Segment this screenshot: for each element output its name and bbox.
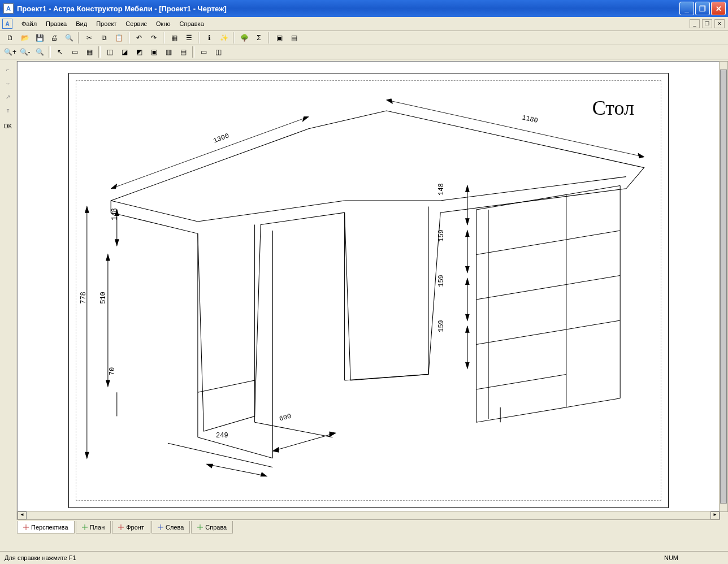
svg-marker-36 <box>85 207 89 213</box>
sel-all-icon[interactable]: ▦ <box>83 45 96 59</box>
app-icon: A <box>3 3 14 14</box>
left-toolbar: ⌐ ↔ ↗ т OK <box>0 61 16 520</box>
tab-marker-icon <box>82 524 88 530</box>
item1-icon[interactable]: ▣ <box>272 31 286 45</box>
preview-icon[interactable]: 🔍 <box>62 31 76 45</box>
tab-label: Фронт <box>126 524 144 531</box>
mdi-restore-button[interactable]: ❐ <box>702 19 712 28</box>
svg-marker-40 <box>115 240 119 246</box>
tab-слева[interactable]: Слева <box>151 521 190 533</box>
svg-marker-61 <box>466 327 469 333</box>
menu-справка[interactable]: Справка <box>175 19 209 29</box>
menu-вид[interactable]: Вид <box>71 19 92 29</box>
pointer-icon[interactable]: ↖ <box>53 45 67 59</box>
svg-line-26 <box>476 374 566 389</box>
3d-box3-icon[interactable]: ◩ <box>132 45 146 59</box>
arrow-tool-icon[interactable]: ↗ <box>2 90 14 103</box>
mdi-minimize-button[interactable]: _ <box>690 19 700 28</box>
cut-icon[interactable]: ✂ <box>83 31 96 45</box>
view-tabs: ПерспективаПланФронтСлеваСправа <box>17 521 233 533</box>
undo-icon[interactable]: ↶ <box>132 31 146 45</box>
tab-marker-icon <box>197 524 203 530</box>
mdi-close-button[interactable]: ✕ <box>714 19 725 28</box>
info-icon[interactable]: ℹ <box>202 31 216 45</box>
tab-label: Справа <box>205 524 227 531</box>
menu-проект[interactable]: Проект <box>92 19 121 29</box>
svg-line-15 <box>345 374 428 380</box>
svg-marker-50 <box>330 432 336 436</box>
paste-icon[interactable]: 📋 <box>112 31 125 45</box>
prefs-icon[interactable]: ☰ <box>182 31 196 45</box>
menu-правка[interactable]: Правка <box>41 19 71 29</box>
scroll-left-button[interactable]: ◄ <box>18 511 27 519</box>
tree-icon[interactable]: 🌳 <box>237 31 251 45</box>
horizontal-scrollbar[interactable]: ◄ ► <box>17 511 720 520</box>
open-icon[interactable]: 📂 <box>18 31 32 45</box>
svg-marker-30 <box>111 184 117 188</box>
tab-marker-icon <box>118 524 124 530</box>
svg-line-2 <box>198 212 261 222</box>
dim-510: 510 <box>99 292 107 304</box>
dim-159b: 159 <box>437 275 445 287</box>
3d-box2-icon[interactable]: ◪ <box>118 45 131 59</box>
tab-справа[interactable]: Справа <box>191 521 233 533</box>
sigma-icon[interactable]: Σ <box>252 31 266 45</box>
window-title: Проект1 - Астра Конструктор Мебели - [Пр… <box>17 5 679 13</box>
maximize-button[interactable]: ❐ <box>695 2 710 15</box>
3d-box6-icon[interactable]: ▤ <box>176 45 190 59</box>
tab-перспектива[interactable]: Перспектива <box>17 521 75 533</box>
svg-marker-43 <box>106 380 110 387</box>
menu-сервис[interactable]: Сервис <box>121 19 151 29</box>
dim-249: 249 <box>216 432 228 440</box>
redo-icon[interactable]: ↷ <box>147 31 161 45</box>
sel-rect-icon[interactable]: ▭ <box>68 45 81 59</box>
svg-marker-16 <box>476 194 566 422</box>
svg-marker-31 <box>302 117 309 122</box>
zoom-fit-icon[interactable]: 🔍 <box>33 45 46 59</box>
dim-159a: 159 <box>437 229 445 242</box>
tab-план[interactable]: План <box>76 521 111 533</box>
3d-box4-icon[interactable]: ▣ <box>147 45 161 59</box>
panel1-icon[interactable]: ▭ <box>197 45 210 59</box>
svg-line-21 <box>566 231 620 240</box>
wand-icon[interactable]: ✨ <box>217 31 231 45</box>
scroll-right-button[interactable]: ► <box>710 511 720 519</box>
titlebar: A Проект1 - Астра Конструктор Мебели - [… <box>0 0 728 17</box>
menu-файл[interactable]: Файл <box>17 19 41 29</box>
minimize-button[interactable]: _ <box>679 2 694 15</box>
item2-icon[interactable]: ▤ <box>287 31 301 45</box>
corner-tool-icon[interactable]: ⌐ <box>2 63 14 76</box>
zoom-in-icon[interactable]: 🔍+ <box>3 45 17 59</box>
svg-line-48 <box>272 433 335 451</box>
svg-marker-55 <box>466 231 469 237</box>
menubar: A ФайлПравкаВидПроектСервисОкноСправка _… <box>0 17 728 31</box>
menu-окно[interactable]: Окно <box>151 19 175 29</box>
3d-box5-icon[interactable]: ▥ <box>162 45 175 59</box>
dim-159c: 159 <box>437 320 445 332</box>
grid-icon[interactable]: ▦ <box>167 31 181 45</box>
text-tool-icon[interactable]: т <box>2 104 14 116</box>
save-icon[interactable]: 💾 <box>33 31 46 45</box>
document-icon[interactable]: A <box>2 19 12 29</box>
tab-marker-icon <box>23 524 29 530</box>
svg-marker-47 <box>261 472 267 476</box>
new-icon[interactable]: 🗋 <box>3 31 17 45</box>
print-icon[interactable]: 🖨 <box>47 31 61 45</box>
close-button[interactable]: ✕ <box>711 2 726 15</box>
panel2-icon[interactable]: ◫ <box>211 45 225 59</box>
zoom-out-icon[interactable]: 🔍- <box>18 45 32 59</box>
ok-button[interactable]: OK <box>2 120 14 132</box>
status-help-text: Для справки нажмите F1 <box>5 554 76 561</box>
3d-box1-icon[interactable]: ◫ <box>103 45 116 59</box>
svg-marker-34 <box>638 153 644 158</box>
svg-marker-46 <box>207 464 213 467</box>
svg-line-24 <box>476 329 566 345</box>
svg-line-17 <box>566 186 620 195</box>
svg-marker-59 <box>466 314 469 320</box>
drawing-canvas[interactable]: Стол <box>17 61 720 520</box>
tab-фронт[interactable]: Фронт <box>112 521 150 533</box>
move-tool-icon[interactable]: ↔ <box>2 77 14 89</box>
svg-line-11 <box>198 380 255 392</box>
vertical-scrollbar[interactable] <box>719 61 728 512</box>
copy-icon[interactable]: ⧉ <box>97 31 111 45</box>
